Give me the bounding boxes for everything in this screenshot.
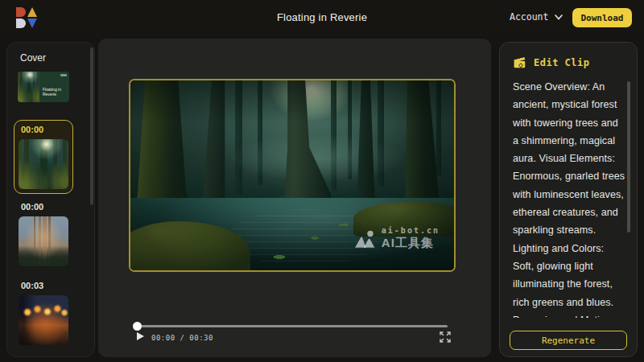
cover-label: Cover [20,52,46,64]
clip-thumbnail-market [19,295,68,345]
watermark-logo-icon [355,230,376,248]
chevron-down-icon [555,14,563,20]
video-preview[interactable]: ai-bot.cn AI工具集 [129,79,456,272]
seek-handle[interactable] [133,322,142,331]
logo-shape-red [16,7,26,17]
top-bar: Floating in Reverie Account Download [0,0,644,35]
clip-thumbnail-forest [19,139,68,189]
seek-track [134,325,448,327]
clip-timestamp: 00:00 [21,125,69,134]
edit-clip-title: Edit Clip [534,57,590,68]
time-display: 00:00 / 00:30 [151,334,213,342]
clip-item-1[interactable]: 00:00 [14,120,73,194]
app-logo-icon[interactable] [16,7,37,28]
clip-thumbnail-castle [19,216,68,266]
fullscreen-button[interactable] [439,331,452,343]
cover-thumbnail[interactable]: Floating in Reverie [18,72,69,102]
edit-clip-header: Edit Clip [513,56,590,68]
account-menu[interactable]: Account [510,11,563,23]
clip-sidebar: Cover Floating in Reverie 00:00 00:00 00… [6,42,95,357]
play-button[interactable] [137,332,147,342]
seek-bar[interactable] [134,322,448,330]
watermark-line2: AI工具集 [382,236,440,251]
watermark-line1: ai-bot.cn [382,226,440,235]
cover-title-text: Floating in Reverie [43,87,67,97]
logo-shape-yellow [27,7,37,17]
regenerate-button[interactable]: Regenerate [510,331,627,350]
cover-logo-mark [60,74,67,76]
clapperboard-icon [513,56,526,68]
logo-shape-white [16,19,26,28]
watermark: ai-bot.cn AI工具集 [355,226,440,251]
clip-timestamp: 00:00 [21,202,73,212]
sidebar-scrollbar[interactable] [90,47,93,205]
fullscreen-icon [439,331,452,343]
clip-item-3[interactable]: 00:03 [14,281,73,345]
clip-item-2[interactable]: 00:00 [14,202,73,266]
logo-shape-blue [27,19,37,28]
clip-timestamp: 00:03 [21,281,73,290]
app-root: Floating in Reverie Account Download Cov… [0,0,644,362]
play-icon [137,332,144,340]
account-label: Account [510,11,548,23]
download-button[interactable]: Download [572,8,632,27]
watermark-text: ai-bot.cn AI工具集 [382,226,440,251]
description-scrollbar[interactable] [627,81,630,232]
cover-image [18,72,39,102]
scene-description[interactable]: Scene Overview: An ancient, mystical for… [513,78,625,318]
cover-title-card: Floating in Reverie [39,72,69,102]
edit-clip-panel: Edit Clip Scene Overview: An ancient, my… [499,42,638,357]
